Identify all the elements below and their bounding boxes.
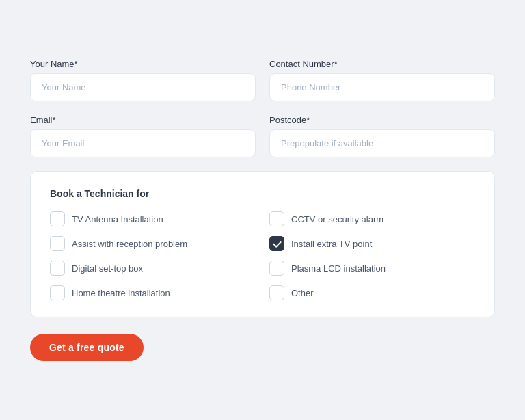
- checkbox-other[interactable]: [269, 285, 284, 300]
- checkbox-item-home-theatre[interactable]: Home theatre installation: [50, 285, 256, 300]
- name-input[interactable]: [30, 73, 256, 101]
- checkbox-home-theatre[interactable]: [50, 285, 65, 300]
- contact-group: Contact Number*: [269, 59, 495, 101]
- postcode-input[interactable]: [269, 129, 495, 157]
- postcode-group: Postcode*: [269, 115, 495, 157]
- checkbox-label-cctv: CCTV or security alarm: [291, 214, 383, 224]
- email-postcode-row: Email* Postcode*: [30, 115, 495, 157]
- checkbox-item-extra-tv[interactable]: Install extra TV point: [269, 236, 475, 251]
- checkbox-tv-antenna[interactable]: [50, 211, 65, 226]
- checkbox-label-reception: Assist with reception problem: [72, 239, 187, 249]
- checkbox-item-plasma-lcd[interactable]: Plasma LCD installation: [269, 261, 475, 276]
- checkbox-extra-tv[interactable]: [269, 236, 284, 251]
- checkbox-item-other[interactable]: Other: [269, 285, 475, 300]
- checkbox-reception[interactable]: [50, 236, 65, 251]
- contact-label: Contact Number*: [269, 59, 495, 69]
- checkbox-label-extra-tv: Install extra TV point: [291, 239, 372, 249]
- checkbox-label-home-theatre: Home theatre installation: [72, 288, 170, 298]
- main-form: Your Name* Contact Number* Email* Postco…: [16, 45, 509, 375]
- checkbox-item-tv-antenna[interactable]: TV Antenna Installation: [50, 211, 256, 226]
- postcode-label: Postcode*: [269, 115, 495, 125]
- email-label: Email*: [30, 115, 256, 125]
- checkbox-cctv[interactable]: [269, 211, 284, 226]
- checkbox-item-reception[interactable]: Assist with reception problem: [50, 236, 256, 251]
- checkbox-label-plasma-lcd: Plasma LCD installation: [291, 263, 386, 274]
- checkbox-digital-settop[interactable]: [50, 261, 65, 276]
- checkbox-grid: TV Antenna InstallationCCTV or security …: [50, 211, 475, 300]
- checkbox-label-other: Other: [291, 288, 314, 298]
- contact-input[interactable]: [269, 73, 495, 101]
- checkbox-item-cctv[interactable]: CCTV or security alarm: [269, 211, 475, 226]
- checkbox-label-digital-settop: Digital set-top box: [72, 263, 143, 274]
- name-group: Your Name*: [30, 59, 256, 101]
- email-input[interactable]: [30, 129, 256, 157]
- email-group: Email*: [30, 115, 256, 157]
- service-card: Book a Technician for TV Antenna Install…: [30, 171, 495, 317]
- service-card-title: Book a Technician for: [50, 188, 475, 199]
- checkbox-plasma-lcd[interactable]: [269, 261, 284, 276]
- submit-button[interactable]: Get a free quote: [30, 334, 144, 361]
- checkbox-label-tv-antenna: TV Antenna Installation: [72, 214, 163, 224]
- checkbox-item-digital-settop[interactable]: Digital set-top box: [50, 261, 256, 276]
- name-label: Your Name*: [30, 59, 256, 69]
- name-contact-row: Your Name* Contact Number*: [30, 59, 495, 101]
